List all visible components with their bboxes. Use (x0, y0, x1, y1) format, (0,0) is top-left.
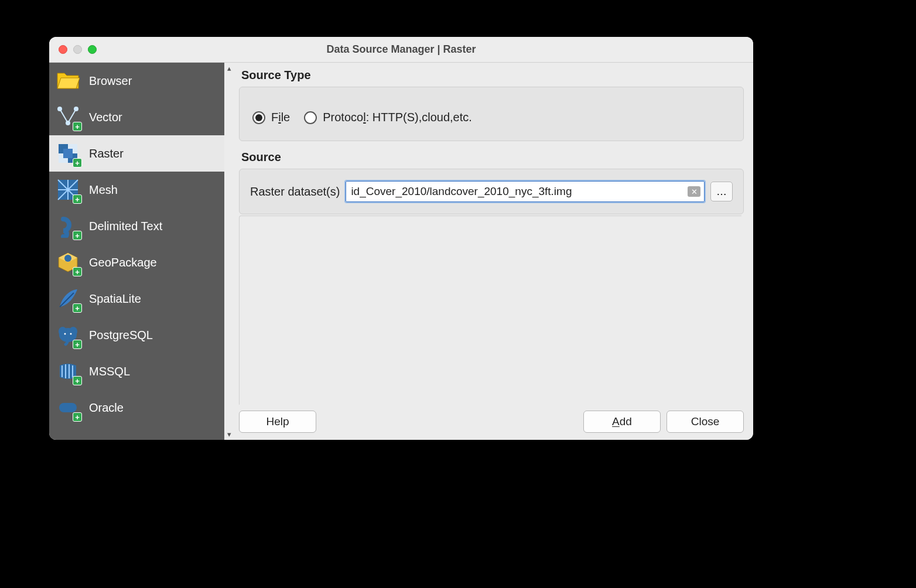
sidebar-item-label: Browser (89, 74, 132, 88)
raster-icon: + (55, 141, 81, 166)
svg-point-8 (64, 255, 71, 262)
sidebar-item-spatialite[interactable]: +SpatiaLite (49, 281, 224, 317)
elephant-icon: + (55, 322, 81, 348)
sidebar-item-label: Vector (89, 111, 122, 124)
browse-button[interactable]: … (710, 182, 733, 201)
sidebar-item-label: Mesh (89, 183, 118, 197)
sidebar-item-vector[interactable]: +Vector (49, 99, 224, 135)
plus-badge-icon: + (73, 231, 82, 240)
source-type-radio-row: File Protocol: HTTP(S),cloud,etc. (252, 98, 730, 130)
raster-dataset-label: Raster dataset(s) (250, 185, 340, 199)
mesh-icon: + (55, 177, 81, 203)
source-header: Source (241, 151, 744, 164)
plus-badge-icon: + (73, 267, 82, 276)
svg-point-13 (70, 333, 72, 335)
radio-file-indicator (252, 111, 265, 124)
sidebar-item-label: Delimited Text (89, 220, 162, 233)
plus-badge-icon: + (73, 412, 82, 422)
sidebar: Browser+Vector+Raster+Mesh+Delimited Tex… (49, 63, 224, 440)
traffic-lights (59, 45, 97, 54)
window-title: Data Source Manager | Raster (49, 43, 753, 56)
radio-protocol-indicator (304, 111, 317, 124)
dialog-window: Data Source Manager | Raster Browser+Vec… (49, 37, 753, 440)
scroll-down-arrow-icon: ▾ (227, 430, 231, 439)
radio-protocol[interactable]: Protocol: HTTP(S),cloud,etc. (304, 111, 472, 124)
main-panel: Source Type File Protocol: HTTP(S),cloud… (234, 63, 753, 440)
raster-dataset-input[interactable] (346, 181, 705, 202)
add-button[interactable]: Add (583, 411, 661, 433)
titlebar: Data Source Manager | Raster (49, 37, 753, 63)
folder-icon (55, 68, 81, 94)
close-window-button[interactable] (59, 45, 67, 54)
source-group: Raster dataset(s) ✕ … (239, 169, 744, 214)
radio-file-label: File (271, 111, 290, 124)
sidebar-item-label: MSSQL (89, 365, 130, 378)
sidebar-item-browser[interactable]: Browser (49, 63, 224, 99)
feather-icon: + (55, 286, 81, 312)
content-spacer (239, 216, 741, 405)
vector-icon: + (55, 104, 81, 130)
sidebar-item-oracle[interactable]: +Oracle (49, 389, 224, 426)
svg-point-0 (57, 107, 62, 111)
sidebar-item-mssql[interactable]: +MSSQL (49, 353, 224, 389)
svg-point-2 (66, 121, 70, 125)
help-button[interactable]: Help (239, 411, 316, 433)
plus-badge-icon: + (73, 122, 82, 131)
geopackage-icon: + (55, 249, 81, 275)
svg-point-1 (74, 107, 78, 111)
source-type-group: File Protocol: HTTP(S),cloud,etc. (239, 87, 744, 141)
sidebar-item-label: GeoPackage (89, 256, 157, 269)
plus-badge-icon: + (73, 303, 82, 313)
sidebar-item-geopackage[interactable]: +GeoPackage (49, 244, 224, 281)
plus-badge-icon: + (73, 158, 82, 167)
sidebar-item-raster[interactable]: +Raster (49, 135, 224, 172)
svg-rect-14 (59, 403, 77, 412)
splitter[interactable]: ▴ ▾ (224, 63, 234, 440)
sidebar-item-label: SpatiaLite (89, 292, 141, 306)
oracle-icon: + (55, 395, 81, 421)
radio-protocol-label: Protocol: HTTP(S),cloud,etc. (323, 111, 472, 124)
plus-badge-icon: + (73, 376, 82, 385)
minimize-window-button[interactable] (73, 45, 82, 54)
clear-input-icon[interactable]: ✕ (688, 186, 700, 197)
mssql-icon: + (55, 358, 81, 384)
sidebar-item-mesh[interactable]: +Mesh (49, 172, 224, 208)
svg-point-11 (69, 327, 77, 336)
plus-badge-icon: + (73, 194, 82, 204)
comma-icon: + (55, 213, 81, 239)
svg-point-12 (64, 333, 66, 335)
sidebar-item-postgresql[interactable]: +PostgreSQL (49, 317, 224, 353)
radio-file[interactable]: File (252, 111, 290, 124)
close-button[interactable]: Close (667, 411, 744, 433)
zoom-window-button[interactable] (88, 45, 97, 54)
dialog-body: Browser+Vector+Raster+Mesh+Delimited Tex… (49, 63, 753, 440)
dialog-button-row: Help Add Close (239, 411, 744, 433)
source-type-header: Source Type (241, 69, 744, 82)
sidebar-item-delimited-text[interactable]: +Delimited Text (49, 208, 224, 244)
raster-dataset-input-wrap: ✕ (346, 181, 705, 202)
plus-badge-icon: + (73, 340, 82, 349)
sidebar-item-label: Raster (89, 147, 124, 160)
sidebar-item-label: PostgreSQL (89, 329, 153, 342)
svg-rect-6 (63, 149, 73, 158)
svg-point-10 (59, 327, 67, 336)
scroll-up-arrow-icon: ▴ (227, 64, 231, 73)
sidebar-item-label: Oracle (89, 401, 124, 415)
